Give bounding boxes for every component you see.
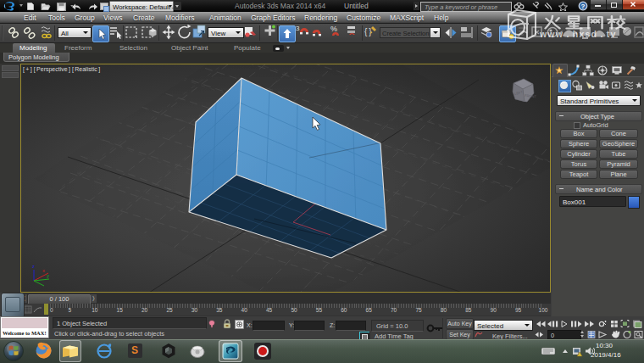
svg-text:x: x bbox=[42, 268, 45, 273]
svg-text:%: % bbox=[330, 25, 337, 33]
svg-text:z: z bbox=[32, 264, 35, 269]
svg-text:y: y bbox=[47, 273, 49, 278]
svg-text:!: ! bbox=[578, 352, 579, 356]
svg-text:www . hxsd . tv: www . hxsd . tv bbox=[539, 29, 617, 39]
svg-text:3: 3 bbox=[296, 25, 300, 32]
